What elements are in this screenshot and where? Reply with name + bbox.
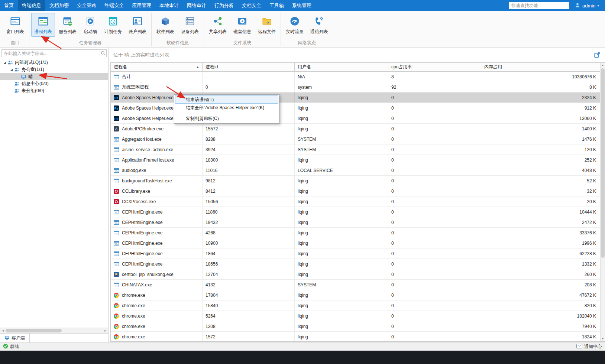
ribbon-button-account-list[interactable]: 账户列表: [126, 13, 149, 37]
table-row[interactable]: AggregatorHost.exe8288SYSTEM01476 K: [111, 134, 600, 144]
ribbon-button-label: 服务列表: [59, 29, 77, 35]
process-name-cell: chrome.exe: [111, 300, 203, 311]
tree-filter-input[interactable]: [2, 51, 100, 56]
ribbon-button-window-list[interactable]: 窗口列表: [3, 13, 27, 37]
table-row[interactable]: AdobeIPCBroker.exe15572liqing01400 K: [111, 124, 600, 134]
quick-search-input[interactable]: [509, 2, 569, 9]
cpu-usage-cell: 0: [388, 124, 481, 134]
topbar-tab-0[interactable]: 首页: [0, 0, 18, 11]
process-name-text: Adobe Spaces Helper.exe: [122, 116, 174, 121]
topbar-tab-6[interactable]: 本地审计: [155, 0, 183, 11]
process-name-text: 合计: [122, 74, 131, 80]
scrollbar-track[interactable]: [6, 328, 103, 333]
table-row[interactable]: aisino_service_admin.exe3924SYSTEM0120 K: [111, 144, 600, 155]
topbar-tab-10[interactable]: 工具箱: [265, 0, 288, 11]
startup-items-icon: [85, 16, 96, 27]
table-row[interactable]: CEPHtmlEngine.exe1864liqing062228 K: [111, 248, 600, 259]
table-row[interactable]: CHINATAX.exe4132SYSTEM0208 K: [111, 280, 600, 290]
ribbon-button-comm-list[interactable]: 通信列表: [307, 13, 331, 37]
table-row[interactable]: 系统空闲进程0system928 K: [111, 82, 600, 92]
sidebar-horizontal-scrollbar[interactable]: ◂ ▸: [0, 328, 108, 333]
tree-filter: [1, 49, 107, 57]
topbar-tab-9[interactable]: 文档安全: [238, 0, 265, 11]
column-header-user-name[interactable]: 用户名: [295, 63, 388, 71]
table-row[interactable]: CCXProcess.exe15056liqing020 K: [111, 196, 600, 207]
table-row[interactable]: CEPHtmlEngine.exe19432liqing02472 K: [111, 217, 600, 228]
process-name-cell: CEPHtmlEngine.exe: [111, 207, 203, 217]
table-row[interactable]: CEPHtmlEngine.exe18656liqing01332 K: [111, 259, 600, 269]
process-id-cell: 15056: [203, 196, 295, 207]
table-row[interactable]: chrome.exe5264liqing0182040 K: [111, 311, 600, 321]
cpu-usage-cell: 0: [388, 332, 481, 341]
ps-icon: Ps: [113, 105, 119, 111]
context-menu-item-0[interactable]: 结束该进程(T): [175, 95, 278, 104]
process-id-cell: 15840: [203, 300, 295, 311]
tree-node-3[interactable]: 信息中心(0/0): [0, 80, 108, 87]
topbar-tab-1[interactable]: 终端信息: [18, 0, 45, 11]
table-row[interactable]: CCLibrary.exe8412liqing032 K: [111, 186, 600, 196]
table-row[interactable]: CEPHtmlEngine.exe10900liqing01996 K: [111, 238, 600, 248]
ribbon-button-device-list[interactable]: 设备列表: [178, 13, 202, 37]
table-row[interactable]: 合计-N/A810380676 K: [111, 72, 600, 82]
ribbon-button-software-list[interactable]: 软件列表: [153, 13, 177, 37]
expand-icon[interactable]: ◢: [2, 61, 7, 64]
context-menu-item-3[interactable]: 复制到剪贴板(C): [175, 114, 278, 123]
scroll-left-icon[interactable]: ◂: [0, 329, 6, 332]
ribbon-button-realtime-traffic[interactable]: 实时流量: [283, 13, 307, 37]
topbar-tabs: 首页终端信息文档加密安全策略终端安全应用管理本地审计网络审计行为分析文档安全工具…: [0, 0, 316, 11]
table-row[interactable]: chrome.exe17804liqing047672 K: [111, 290, 600, 300]
scroll-right-icon[interactable]: ▸: [103, 329, 108, 332]
topbar-tab-11[interactable]: 系统管理: [288, 0, 316, 11]
user-menu[interactable]: admin ▾: [569, 2, 605, 9]
tree-node-0[interactable]: ◢内部测试LQ(1/1): [0, 59, 108, 66]
scroll-up-icon[interactable]: ▲: [601, 63, 605, 68]
column-header-process-id[interactable]: 进程id: [203, 63, 295, 71]
cpu-usage-cell: 0: [388, 155, 481, 165]
column-header-label: cpu占用率: [391, 64, 412, 70]
process-name-cell: CHINATAX.exe: [111, 280, 203, 290]
topbar-tab-3[interactable]: 安全策略: [73, 0, 100, 11]
table-row[interactable]: ApplicationFrameHost.exe18300liqing0252 …: [111, 155, 600, 165]
table-vertical-scrollbar[interactable]: ▲ ▼: [600, 63, 605, 341]
ribbon-button-service-list[interactable]: 服务列表: [56, 13, 80, 37]
context-menu-item-1[interactable]: 结束全部"Adobe Spaces Helper.exe"(K): [175, 104, 278, 112]
client-tab[interactable]: 客户端: [0, 334, 30, 342]
table-row[interactable]: chrome.exe1308liqing07940 K: [111, 321, 600, 332]
tree-node-4[interactable]: 未分组(0/0): [0, 87, 108, 94]
cpu-usage-cell: 0: [388, 165, 481, 175]
column-header-process-name[interactable]: 进程名▲: [111, 63, 203, 71]
ribbon-button-disk-info[interactable]: 磁盘信息: [230, 13, 254, 37]
table-row[interactable]: audiodg.exe11016LOCAL SERVICE04048 K: [111, 165, 600, 176]
topbar-tab-5[interactable]: 应用管理: [128, 0, 155, 11]
scroll-down-icon[interactable]: ▼: [601, 336, 605, 341]
notification-center-label[interactable]: 通知中心: [584, 344, 602, 350]
column-header-memory-usage[interactable]: 内存占用: [481, 63, 600, 71]
scrollbar-thumb[interactable]: [601, 68, 605, 258]
table-row[interactable]: CEPHtmlEngine.exe4268liqing033376 K: [111, 228, 600, 238]
tree-node-2[interactable]: 晴: [0, 73, 108, 80]
topbar-tab-4[interactable]: 终端安全: [100, 0, 128, 11]
ribbon-button-remote-file[interactable]: 远程文件: [255, 13, 279, 37]
chrome-icon: [113, 324, 119, 329]
ribbon-button-startup-items[interactable]: 启动项: [80, 13, 100, 37]
column-header-cpu-usage[interactable]: cpu占用率: [388, 63, 481, 71]
topbar-tab-7[interactable]: 网络审计: [183, 0, 210, 11]
table-row[interactable]: chrome.exe15840liqing0820 K: [111, 300, 600, 311]
ribbon-button-scheduled-tasks[interactable]: 计划任务: [101, 13, 125, 37]
process-name-text: CEPHtmlEngine.exe: [122, 251, 162, 256]
expand-icon[interactable]: ◢: [9, 68, 14, 71]
topbar-tab-8[interactable]: 行为分析: [210, 0, 238, 11]
table-header: 进程名▲进程id用户名cpu占用率内存占用: [111, 63, 600, 72]
table-row[interactable]: backgroundTaskHost.exe9812liqing052 K: [111, 176, 600, 186]
export-icon[interactable]: [594, 52, 601, 58]
process-name-text: Adobe Spaces Helper.exe: [122, 95, 174, 100]
topbar-tab-2[interactable]: 文档加密: [45, 0, 73, 11]
scrollbar-thumb[interactable]: [6, 329, 62, 332]
ribbon-button-label: 磁盘信息: [233, 29, 251, 35]
ribbon-button-share-list[interactable]: 共享列表: [206, 13, 230, 37]
tree-node-1[interactable]: ◢办公室(1/1): [0, 66, 108, 73]
table-row[interactable]: chrome.exe1572liqing01824 K: [111, 332, 600, 341]
table-row[interactable]: certtool_jsp_shuikong.exe12704liqing0260…: [111, 269, 600, 280]
ribbon-button-process-list[interactable]: 进程列表: [31, 13, 55, 37]
table-row[interactable]: CEPHtmlEngine.exe11860liqing010444 K: [111, 207, 600, 217]
